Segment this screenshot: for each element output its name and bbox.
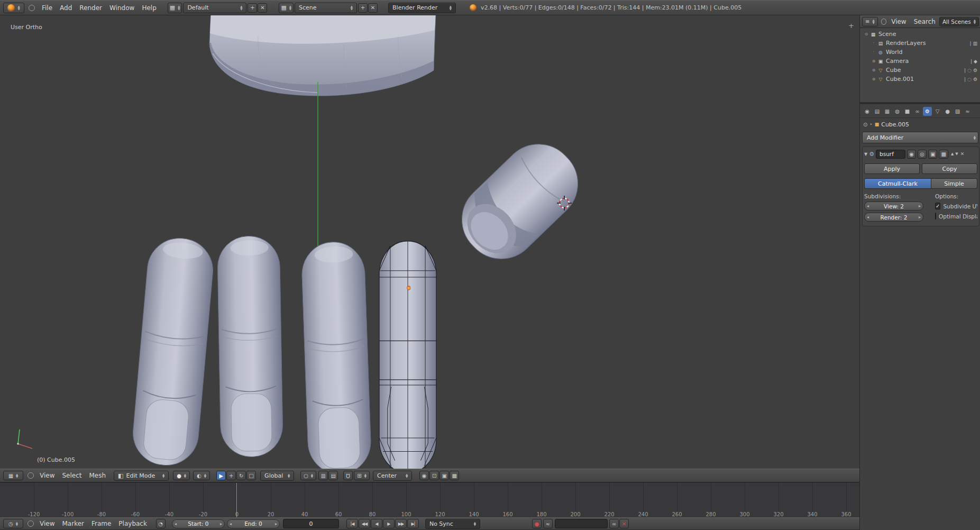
delete-layout-button[interactable]: ✕: [258, 3, 267, 13]
render-layers-button[interactable]: ▩: [450, 471, 459, 480]
auto-keying-mode-icon[interactable]: ≈: [543, 519, 553, 528]
menu-help[interactable]: Help: [138, 4, 160, 12]
current-frame-field[interactable]: 0: [283, 519, 339, 528]
render-border-button[interactable]: ▣: [439, 471, 449, 480]
copy-button[interactable]: Copy: [922, 163, 977, 174]
manipulator-toggle-button[interactable]: ▶: [216, 471, 226, 480]
tab-world[interactable]: ◍: [893, 107, 902, 116]
camera-data-icon[interactable]: ◆: [974, 59, 977, 64]
pin-toggle-icon[interactable]: [29, 5, 35, 11]
menu-file[interactable]: File: [38, 4, 56, 12]
render-opengl-button[interactable]: ◉: [419, 471, 429, 480]
outliner-menu-search[interactable]: Search: [910, 18, 939, 25]
manipulator-scale-button[interactable]: □: [246, 471, 256, 480]
pin-icon[interactable]: ⊙: [863, 122, 867, 127]
play-button[interactable]: ▶: [383, 519, 395, 528]
expand-toggle-icon[interactable]: ·: [871, 41, 877, 45]
render-engine-dropdown[interactable]: Blender Render: [388, 3, 456, 13]
editor-type-button-view3d[interactable]: ▦: [3, 471, 23, 480]
timeline-ruler[interactable]: -120-100-80-60-40-2002040608010012014016…: [0, 482, 859, 518]
editor-type-button-outliner[interactable]: ≡: [862, 17, 878, 26]
snap-peel-button[interactable]: ▤: [328, 471, 338, 480]
tab-constraints[interactable]: ∞: [913, 107, 922, 116]
modifier-name-field[interactable]: bsurf: [876, 150, 905, 159]
pivot-point-dropdown[interactable]: ◐: [193, 471, 210, 480]
play-reverse-button[interactable]: ◀: [371, 519, 382, 528]
viewport-3d[interactable]: User Ortho (0) Cube.005 +: [0, 15, 859, 469]
move-modifier-up-icon[interactable]: ▲: [951, 152, 954, 156]
prev-keyframe-button[interactable]: ◀◀: [359, 519, 370, 528]
proportional-editing-dropdown[interactable]: ○: [300, 471, 316, 480]
view-subdivisions-field[interactable]: View: 2: [864, 202, 923, 211]
tab-object[interactable]: ■: [903, 107, 912, 116]
modifier-editmode-toggle[interactable]: ▣: [928, 150, 937, 159]
tab-render[interactable]: ◉: [863, 107, 872, 116]
mesh-object-finger-3[interactable]: [301, 241, 372, 469]
manipulator-rotate-button[interactable]: ↻: [236, 471, 246, 480]
expand-toggle-icon[interactable]: ·: [871, 50, 877, 54]
pin-toggle-icon[interactable]: [881, 19, 886, 25]
jump-start-button[interactable]: |◀: [346, 519, 358, 528]
menu-render[interactable]: Render: [76, 4, 106, 12]
next-keyframe-button[interactable]: ▶▶: [395, 519, 407, 528]
snap-target-dropdown[interactable]: Center: [373, 471, 412, 481]
mode-dropdown[interactable]: ◧ Edit Mode: [114, 471, 169, 481]
insert-keyframe-link-icon[interactable]: ∞: [609, 519, 619, 528]
outliner-row-cube.001[interactable]: ⊕▽Cube.001|◌⚙: [860, 75, 980, 84]
vertex-icon[interactable]: ◌: [967, 77, 972, 82]
mesh-object-palm[interactable]: [209, 15, 436, 96]
optimal-display-checkbox[interactable]: [935, 213, 936, 220]
collapse-arrow-icon[interactable]: ▼: [864, 152, 867, 157]
sync-dropdown[interactable]: No Sync: [425, 519, 480, 529]
delete-modifier-icon[interactable]: ✕: [960, 151, 965, 157]
add-modifier-dropdown[interactable]: Add Modifier: [862, 132, 978, 143]
expand-toggle-icon[interactable]: ⊖: [863, 32, 869, 36]
catmull-clark-button[interactable]: Catmull-Clark: [864, 178, 931, 189]
mesh-object-finger-1[interactable]: [130, 235, 215, 468]
move-modifier-down-icon[interactable]: ▼: [955, 152, 958, 156]
menu-add[interactable]: Add: [56, 4, 76, 12]
outliner-row-cube[interactable]: ⊕▽Cube|◌⚙: [860, 66, 980, 75]
manipulator-translate-button[interactable]: +: [226, 471, 236, 480]
delete-keyframe-button[interactable]: ✕: [619, 519, 629, 528]
outliner-row-renderlayers[interactable]: ·▤RenderLayers|▥: [860, 39, 980, 48]
region-expand-icon[interactable]: +: [848, 22, 854, 30]
editor-type-button-timeline[interactable]: ◷: [3, 519, 23, 528]
wrench-icon[interactable]: ⚙: [973, 68, 977, 73]
apply-button[interactable]: Apply: [864, 163, 920, 174]
modifier-render-toggle[interactable]: ◉: [907, 150, 916, 159]
view3d-menu-select[interactable]: Select: [58, 472, 85, 479]
end-frame-field[interactable]: End: 0: [227, 519, 280, 528]
editor-type-button-info[interactable]: [3, 3, 24, 13]
outliner-menu-view[interactable]: View: [887, 18, 910, 25]
pin-toggle-icon[interactable]: [28, 520, 34, 527]
start-frame-field[interactable]: Start: 0: [172, 519, 225, 528]
mesh-object-thumb[interactable]: [447, 129, 593, 275]
render-opengl-anim-button[interactable]: ⊡: [429, 471, 439, 480]
tab-render-layers[interactable]: ▤: [873, 107, 882, 116]
modifier-cage-toggle[interactable]: ▩: [939, 150, 948, 159]
scene-icon-button[interactable]: ▦: [279, 3, 294, 13]
expand-toggle-icon[interactable]: ⊕: [871, 77, 877, 81]
view3d-menu-mesh[interactable]: Mesh: [86, 472, 110, 479]
tab-texture[interactable]: ▨: [953, 107, 962, 116]
tab-material[interactable]: ●: [943, 107, 952, 116]
timeline-menu-playback[interactable]: Playback: [115, 520, 151, 527]
render-subdivisions-field[interactable]: Render: 2: [864, 213, 923, 222]
view3d-menu-view[interactable]: View: [36, 472, 58, 479]
tab-modifiers[interactable]: ⚙: [923, 107, 932, 116]
timeline-menu-marker[interactable]: Marker: [58, 520, 87, 527]
outliner-row-world[interactable]: ·◍World: [860, 48, 980, 57]
expand-toggle-icon[interactable]: ⊕: [871, 59, 877, 63]
pin-toggle-icon[interactable]: [28, 472, 34, 479]
simple-button[interactable]: Simple: [931, 178, 977, 189]
occlude-geometry-button[interactable]: ▥: [318, 471, 328, 480]
add-layout-button[interactable]: +: [248, 3, 257, 13]
menu-window[interactable]: Window: [106, 4, 138, 12]
orientation-dropdown[interactable]: Global: [260, 471, 294, 481]
mesh-object-active-wireframe[interactable]: [379, 241, 436, 469]
screen-layout-icon-button[interactable]: ▦: [168, 3, 182, 13]
wrench-icon[interactable]: ⚙: [973, 77, 977, 82]
screen-layout-field[interactable]: Default: [183, 3, 246, 13]
snap-element-dropdown[interactable]: ⊞: [354, 471, 370, 480]
